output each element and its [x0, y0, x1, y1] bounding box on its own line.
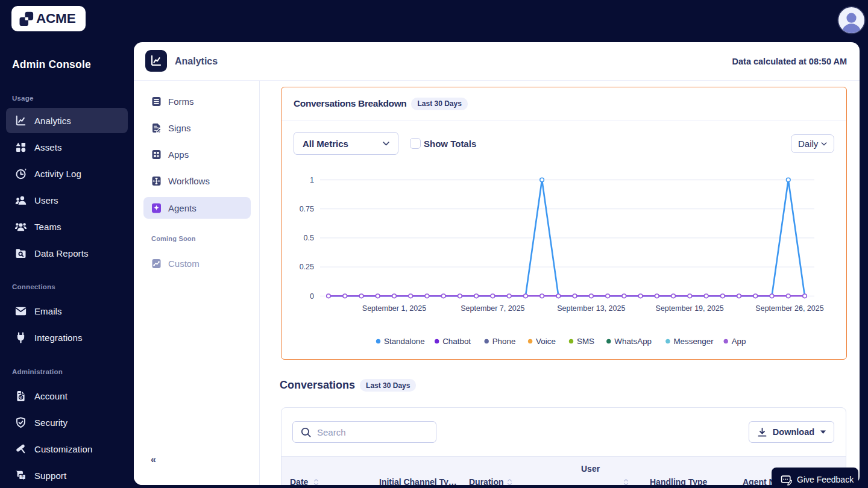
svg-text:September 19, 2025: September 19, 2025 [655, 304, 723, 313]
svg-text:Messenger: Messenger [673, 337, 714, 346]
svg-text:SMS: SMS [577, 337, 594, 346]
svg-text:0.25: 0.25 [299, 263, 313, 271]
svg-text:September 1, 2025: September 1, 2025 [362, 304, 426, 313]
svg-text:September 7, 2025: September 7, 2025 [461, 304, 524, 313]
svg-text:0: 0 [310, 292, 314, 300]
svg-text:September 26, 2025: September 26, 2025 [755, 304, 823, 313]
svg-text:Standalone: Standalone [384, 337, 425, 346]
svg-text:1: 1 [310, 175, 314, 184]
svg-text:App: App [731, 337, 746, 346]
svg-text:?: ? [21, 475, 24, 480]
svg-text:WhatsApp: WhatsApp [614, 337, 652, 346]
svg-text:September 13, 2025: September 13, 2025 [557, 304, 625, 313]
svg-text:0.75: 0.75 [299, 204, 313, 213]
svg-text:Voice: Voice [536, 337, 556, 346]
svg-text:0.5: 0.5 [303, 234, 313, 242]
svg-text:Phone: Phone [492, 337, 515, 346]
svg-text:Chatbot: Chatbot [442, 337, 471, 346]
